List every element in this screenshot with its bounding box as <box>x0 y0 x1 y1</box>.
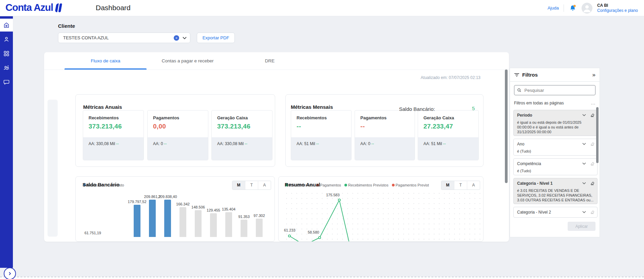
bar[interactable] <box>210 213 217 237</box>
metric-aa-box: AA: 0-- <box>355 137 415 160</box>
more-options-icon[interactable]: ... <box>591 101 595 105</box>
logo-text: Conta Azul <box>5 2 53 13</box>
line-point-label: 61.233 <box>284 228 296 232</box>
settings-plan-link[interactable]: Configurações e plano <box>597 8 638 13</box>
eraser-icon[interactable] <box>590 181 594 185</box>
filter-card-periodo[interactable]: Período é igual a ou está depois de 01/0… <box>513 110 598 136</box>
resumo-anual-chart-card: Recebimentos Pagamentos Recebimentos Pre… <box>278 176 484 242</box>
filter-icon <box>514 73 519 77</box>
person-icon <box>3 36 10 43</box>
metric-aa-text: AA: 51 Mil <box>297 141 315 146</box>
metric-value: -- <box>297 123 301 130</box>
metric-aa-box: AA: 330,08 Mil-- <box>83 137 144 160</box>
metric-label: Geração Caixa <box>217 115 248 120</box>
filters-section-row: Filtros em todas as páginas ... <box>514 101 595 105</box>
conta-azul-logo[interactable]: Conta Azul <box>5 2 61 13</box>
sidebar-nav <box>0 16 13 268</box>
filter-card-ano[interactable]: Ano é (Tudo) <box>513 139 598 156</box>
apply-filters-button[interactable]: Aplicar <box>568 222 595 231</box>
toggle-month[interactable]: M <box>232 181 245 190</box>
eraser-icon[interactable] <box>590 210 594 214</box>
toggle-quarter[interactable]: T <box>454 181 467 190</box>
export-pdf-button[interactable]: Exportar PDF <box>197 33 235 43</box>
chevron-down-icon[interactable] <box>582 211 586 213</box>
filters-search-box[interactable] <box>514 85 595 95</box>
bar[interactable] <box>149 200 156 237</box>
resumo-anual-title: Resumo Anual <box>285 182 320 187</box>
notifications-bell-icon[interactable] <box>569 4 577 12</box>
eraser-icon[interactable] <box>590 113 594 117</box>
metric-value: 373.213,46 <box>89 123 122 130</box>
metric-tile: Geração Caixa 373.213,46 AA: 330,08 Mil-… <box>211 110 272 160</box>
bar[interactable] <box>241 220 247 237</box>
eraser-icon[interactable] <box>590 161 594 166</box>
toggle-year[interactable]: A <box>467 181 480 190</box>
legend-label: Recebimentos Previstos <box>348 183 389 187</box>
bar-value-label: 129.455 <box>207 208 220 212</box>
metric-label: Recebimentos <box>89 115 119 120</box>
main-scrollbar[interactable] <box>505 69 508 183</box>
metric-tile: Recebimentos -- AA: 51 Mil-- <box>291 110 352 160</box>
chevron-down-icon[interactable] <box>582 114 586 116</box>
dashboard-panel: Fluxo de caixa Contas a pagar e receber … <box>44 52 509 242</box>
tab-dre[interactable]: DRE <box>229 52 311 69</box>
sidebar-item-person[interactable] <box>0 33 13 46</box>
chevron-down-icon[interactable] <box>582 143 586 145</box>
filters-title: Filtros <box>522 72 590 78</box>
last-updated-text: Atualizado em: 07/07/2025 02:13 <box>421 75 480 80</box>
bar[interactable] <box>134 205 140 237</box>
bar-value-label: 209.838,40 <box>158 195 177 199</box>
bar[interactable] <box>164 200 171 237</box>
tab-strip: Fluxo de caixa Contas a pagar e receber … <box>44 52 509 70</box>
metric-aa-text: AA: 330,08 Mil <box>89 141 115 146</box>
chevron-down-icon[interactable] <box>582 182 586 184</box>
client-select-value: TESTES CONTA AZUL <box>63 35 174 40</box>
bar[interactable] <box>179 207 186 237</box>
metric-value: 0,00 <box>153 123 166 130</box>
tab-contas-a-pagar-e-receber[interactable]: Contas a pagar e receber <box>147 52 229 69</box>
toggle-quarter[interactable]: T <box>245 181 258 190</box>
legend-dot <box>392 184 395 186</box>
filter-card-desc: é 3.01 RECEITAS DE VENDAS E DE SERVIÇOS,… <box>517 188 594 202</box>
filter-card-categoria-nivel-1[interactable]: Categoria - Nível 1 é 3.01 RECEITAS DE V… <box>513 178 598 204</box>
sidebar-expand-button[interactable] <box>4 267 16 279</box>
bar[interactable] <box>256 219 263 237</box>
collapse-panel-icon[interactable]: » <box>592 72 595 78</box>
metric-aa-dash: -- <box>443 141 446 146</box>
bottom-dashed-divider <box>0 277 644 279</box>
search-input[interactable] <box>524 87 592 93</box>
sidebar-item-apps[interactable] <box>0 47 13 60</box>
eraser-icon[interactable] <box>590 142 594 146</box>
sidebar-item-clients[interactable] <box>0 61 13 74</box>
bar-value-label: 61.751,19 <box>84 231 101 235</box>
metrics-monthly-title: Métricas Mensais <box>291 104 333 110</box>
toggle-month[interactable]: M <box>441 181 454 190</box>
grid-icon <box>3 50 10 57</box>
filters-scrollbar[interactable] <box>596 107 599 163</box>
metric-aa-dash: -- <box>316 141 319 146</box>
bar[interactable] <box>225 212 232 237</box>
user-avatar[interactable] <box>582 3 592 14</box>
metric-tile: Recebimentos 373.213,46 AA: 330,08 Mil-- <box>83 110 144 160</box>
metric-aa-box: AA: 51 Mil-- <box>291 137 351 160</box>
sidebar-item-home[interactable] <box>0 19 13 32</box>
metric-aa-dash: -- <box>164 141 167 146</box>
toggle-year[interactable]: A <box>258 181 271 190</box>
filter-card-desc: é (Tudo) <box>517 149 594 154</box>
sidebar-item-chat[interactable] <box>0 76 13 88</box>
client-select[interactable]: TESTES CONTA AZUL × <box>58 33 190 43</box>
chevron-down-icon[interactable] <box>582 162 586 165</box>
bar[interactable] <box>195 210 202 237</box>
metric-aa-dash: -- <box>371 141 374 146</box>
filter-card-categoria-nivel-2[interactable]: Categoria - Nível 2 <box>513 207 598 218</box>
metric-value: -- <box>360 123 365 130</box>
clear-selection-icon[interactable]: × <box>174 35 179 41</box>
saldo-bancario-title: Saldo Bancário <box>82 182 119 187</box>
filter-card-competencia[interactable]: Competência é (Tudo) <box>513 158 598 175</box>
legend-item[interactable]: Recebimentos Previstos <box>344 183 389 187</box>
help-link[interactable]: Ajuda <box>548 5 559 11</box>
header-divider <box>564 4 564 12</box>
tab-fluxo-de-caixa[interactable]: Fluxo de caixa <box>64 52 147 69</box>
metrics-monthly-card: Métricas Mensais Saldo Bancário: 5 Receb… <box>285 94 484 167</box>
legend-item[interactable]: Pagamentos Previst <box>392 183 429 187</box>
